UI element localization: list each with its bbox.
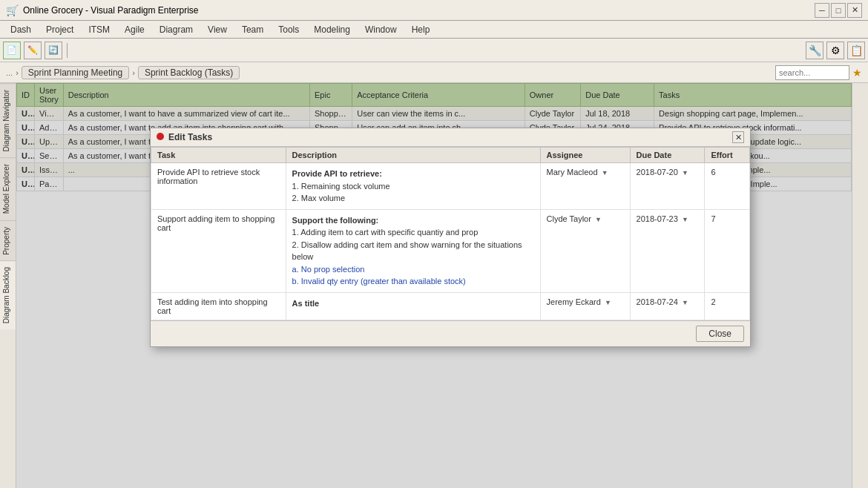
task-row[interactable]: Provide API to retrieve stock informatio… (151, 163, 750, 210)
tasks-table: Task Description Assignee Due Date Effor… (151, 147, 750, 320)
menu-itsm[interactable]: ITSM (81, 23, 117, 36)
toolbar: 📄 ✏️ 🔄 🔧 ⚙ 📋 (0, 39, 868, 62)
edit-tasks-modal: Edit Tasks ✕ Task Description Assignee (150, 128, 751, 347)
modal-close-button[interactable]: Close (696, 326, 744, 342)
task-row[interactable]: Test adding item into shopping cart As t… (151, 292, 750, 320)
menu-project[interactable]: Project (39, 23, 81, 36)
search-input[interactable] (775, 65, 849, 80)
task-name: Test adding item into shopping cart (151, 292, 286, 320)
close-button[interactable]: ✕ (847, 3, 862, 18)
modal-footer: Close (151, 320, 750, 346)
task-assignee[interactable]: Mary Macleod ▼ (540, 163, 630, 210)
titlebar-controls: ─ □ ✕ (815, 3, 862, 18)
content-area: ID User Story Description Epic Acceptanc… (16, 83, 852, 488)
toolbar-right-btn1[interactable]: 🔧 (806, 42, 823, 59)
app-icon: 🛒 (6, 4, 19, 16)
red-dot (157, 133, 164, 140)
titlebar-left: 🛒 Online Grocery - Visual Paradigm Enter… (6, 4, 199, 16)
new-icon: 📄 (7, 45, 17, 55)
toolbar-new-btn[interactable]: 📄 (3, 42, 21, 59)
menu-window[interactable]: Window (358, 23, 404, 36)
modal-title: Edit Tasks (168, 132, 212, 142)
task-due[interactable]: 2018-07-24 ▼ (630, 292, 705, 320)
menu-help[interactable]: Help (404, 23, 438, 36)
breadcrumb-ellipsis[interactable]: ... (6, 68, 13, 77)
task-desc: Provide API to retrieve:1. Remaining sto… (286, 163, 540, 210)
titlebar-title: Online Grocery - Visual Paradigm Enterpr… (23, 5, 199, 16)
edit-icon: ✏️ (27, 45, 38, 55)
menu-diagram[interactable]: Diagram (152, 23, 200, 36)
task-effort: 6 (705, 163, 750, 210)
modal-title-row: Edit Tasks (157, 132, 212, 142)
main-layout: Diagram Navigator Model Explorer Propert… (0, 83, 868, 488)
minimize-button[interactable]: ─ (815, 3, 829, 18)
task-name: Provide API to retrieve stock informatio… (151, 163, 286, 210)
task-assignee[interactable]: Jeremy Eckard ▼ (540, 292, 630, 320)
modal-close-icon: ✕ (735, 133, 742, 142)
toolbar-refresh-btn[interactable]: 🔄 (45, 42, 62, 59)
toolbar-right-btn2[interactable]: ⚙ (826, 42, 844, 59)
toolbar-sep (67, 43, 68, 58)
menu-dash[interactable]: Dash (3, 23, 39, 36)
tasks-col-effort: Effort (705, 148, 750, 163)
search-star-icon: ★ (852, 67, 862, 79)
breadcrumb-sprint-backlog[interactable]: Sprint Backlog (Tasks) (138, 66, 240, 79)
task-name: Support adding item to shopping cart (151, 209, 286, 292)
modal-red-icon (157, 132, 164, 142)
sidebar-tab-model-explorer[interactable]: Model Explorer (0, 157, 16, 220)
breadcrumb-sprint-planning[interactable]: Sprint Planning Meeting (22, 66, 129, 79)
task-effort: 2 (705, 292, 750, 320)
breadcrumb-sep1: › (16, 68, 19, 77)
modal-close-icon-btn[interactable]: ✕ (732, 131, 744, 143)
toolbar-right-btn3[interactable]: 📋 (847, 42, 865, 59)
task-desc: As title (286, 292, 540, 320)
tasks-col-desc: Description (286, 148, 540, 163)
task-row[interactable]: Support adding item to shopping cart Sup… (151, 209, 750, 292)
menu-tools[interactable]: Tools (271, 23, 306, 36)
breadcrumb: ... › Sprint Planning Meeting › Sprint B… (0, 62, 868, 83)
titlebar: 🛒 Online Grocery - Visual Paradigm Enter… (0, 0, 868, 21)
task-assignee[interactable]: Clyde Taylor ▼ (540, 209, 630, 292)
tasks-col-assignee: Assignee (540, 148, 630, 163)
sidebar-tab-diagram-backlog[interactable]: Diagram Backlog (0, 260, 16, 329)
tasks-col-task: Task (151, 148, 286, 163)
maximize-button[interactable]: □ (831, 3, 846, 18)
menubar: Dash Project ITSM Agile Diagram View Tea… (0, 21, 868, 39)
sidebar-tab-property[interactable]: Property (0, 220, 16, 261)
tasks-col-due: Due Date (630, 148, 705, 163)
breadcrumb-sep2: › (132, 68, 135, 77)
tasks-table-body: Provide API to retrieve stock informatio… (151, 163, 750, 320)
tasks-table-header: Task Description Assignee Due Date Effor… (151, 148, 750, 163)
right-sidebar (852, 83, 868, 488)
modal-header: Edit Tasks ✕ (151, 128, 750, 147)
menu-view[interactable]: View (200, 23, 234, 36)
task-due[interactable]: 2018-07-20 ▼ (630, 163, 705, 210)
task-desc: Support the following:1. Adding item to … (286, 209, 540, 292)
menu-team[interactable]: Team (234, 23, 271, 36)
menu-agile[interactable]: Agile (117, 23, 152, 36)
task-effort: 7 (705, 209, 750, 292)
modal-overlay: Edit Tasks ✕ Task Description Assignee (16, 83, 852, 488)
modal-body: Task Description Assignee Due Date Effor… (151, 147, 750, 320)
sidebar-tab-diagram-navigator[interactable]: Diagram Navigator (0, 83, 16, 157)
breadcrumb-search: ★ (775, 65, 862, 80)
sidebar-tabs: Diagram Navigator Model Explorer Propert… (0, 83, 16, 488)
toolbar-edit-btn[interactable]: ✏️ (24, 42, 42, 59)
refresh-icon: 🔄 (48, 45, 59, 55)
task-due[interactable]: 2018-07-23 ▼ (630, 209, 705, 292)
menu-modeling[interactable]: Modeling (306, 23, 358, 36)
